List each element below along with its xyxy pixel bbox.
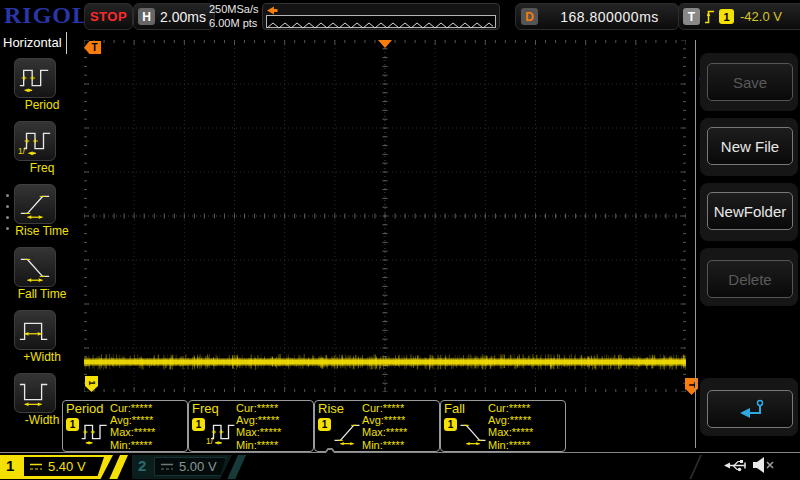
- speaker-muted-icon: [752, 456, 776, 474]
- sidebar-item-rise-time-label: Rise Time: [0, 224, 84, 238]
- dc-coupling-icon: [161, 463, 174, 471]
- sidebar-item-period[interactable]: [14, 58, 56, 98]
- horizontal-scale-box[interactable]: H 2.00ms: [133, 3, 215, 30]
- period-icon: [18, 62, 52, 94]
- preview-trigger-marker-icon: [266, 6, 278, 15]
- acquisition-info: 250MSa/s 6.00M pts: [209, 2, 259, 30]
- measurement-stats: Cur:***** Avg:***** Max:***** Min:*****: [362, 402, 407, 451]
- sidebar-item-freq[interactable]: 1/: [14, 121, 56, 161]
- scroll-dot: [6, 216, 9, 219]
- sidebar-item-freq-label: Freq: [0, 161, 84, 175]
- run-state-button[interactable]: STOP: [84, 3, 133, 30]
- stat-value: *****: [260, 426, 281, 438]
- stat-value: *****: [258, 414, 279, 426]
- minus-width-button[interactable]: [14, 373, 56, 413]
- waveform-preview-box[interactable]: [262, 3, 500, 30]
- svg-text:1/: 1/: [206, 436, 214, 446]
- menu-border: [695, 40, 696, 448]
- stat-label: Avg:: [488, 414, 510, 426]
- channel2-number: 2: [138, 457, 146, 474]
- measurement-panel-freq[interactable]: Freq 1 1/ Cur:***** Avg:***** Max:***** …: [188, 400, 314, 452]
- trigger-level-marker[interactable]: T: [685, 378, 698, 395]
- sidebar-item-rise-time[interactable]: [14, 184, 56, 224]
- new-folder-button[interactable]: NewFolder: [707, 192, 793, 230]
- stat-label: Min:: [362, 439, 383, 451]
- fall-time-icon: [18, 251, 52, 283]
- rise-time-button[interactable]: [14, 184, 56, 224]
- h-scale-value: 2.00ms: [160, 9, 206, 25]
- oscilloscope-screen: RIGOL STOP H 2.00ms 250MSa/s 6.00M pts D…: [0, 0, 800, 480]
- channel1-scale-box: 5.40 V: [24, 457, 104, 476]
- save-button[interactable]: Save: [707, 63, 793, 101]
- stat-value: *****: [510, 414, 531, 426]
- rise-time-icon: [332, 417, 362, 447]
- stat-value: *****: [383, 402, 404, 414]
- stat-value: *****: [257, 439, 278, 451]
- stat-value: *****: [131, 439, 152, 451]
- back-button[interactable]: [707, 390, 793, 428]
- delay-box[interactable]: D 168.800000ms: [515, 3, 679, 30]
- freq-button[interactable]: 1/: [14, 121, 56, 161]
- channel-badge: 1: [66, 418, 79, 431]
- measurement-name: Fall: [444, 401, 465, 416]
- d-badge: D: [521, 8, 538, 25]
- plus-width-icon: [18, 314, 52, 346]
- measurement-name: Freq: [192, 401, 219, 416]
- stat-value: *****: [131, 402, 152, 414]
- channel1-waveform: [84, 40, 686, 392]
- stat-value: *****: [512, 426, 533, 438]
- stat-value: *****: [383, 439, 404, 451]
- stat-label: Cur:: [362, 402, 383, 414]
- sidebar-title: Horizontal: [3, 35, 62, 50]
- channel-badge: 1: [192, 418, 205, 431]
- sidebar-item-minus-width[interactable]: [14, 373, 56, 413]
- stat-value: *****: [509, 402, 530, 414]
- stat-label: Min:: [110, 439, 131, 451]
- measurement-name: Rise: [318, 401, 344, 416]
- usb-icon: [724, 458, 748, 473]
- stat-label: Max:: [110, 426, 134, 438]
- measurement-panel-fall[interactable]: Fall 1 Cur:***** Avg:***** Max:***** Min…: [440, 400, 566, 452]
- fall-time-button[interactable]: [14, 247, 56, 287]
- sidebar-item-fall-time[interactable]: [14, 247, 56, 287]
- delete-button[interactable]: Delete: [707, 260, 793, 298]
- measurement-name: Period: [66, 401, 104, 416]
- period-button[interactable]: [14, 58, 56, 98]
- measurement-stats: Cur:***** Avg:***** Max:***** Min:*****: [488, 402, 533, 451]
- period-icon: [80, 417, 110, 447]
- dc-coupling-icon: [30, 463, 43, 471]
- horizontal-position-marker-icon[interactable]: [378, 40, 392, 48]
- measurement-panel-rise[interactable]: Rise 1 Cur:***** Avg:***** Max:***** Min…: [314, 400, 440, 452]
- trigger-source-badge: 1: [719, 9, 734, 24]
- sidebar-item-plus-width-label: +Width: [0, 350, 84, 364]
- h-badge: H: [138, 8, 155, 25]
- delay-value: 168.800000ms: [560, 9, 659, 25]
- sidebar-item-plus-width[interactable]: [14, 310, 56, 350]
- rigol-logo: RIGOL: [4, 2, 89, 29]
- channel1-number: 1: [6, 457, 14, 474]
- scroll-dot: [6, 205, 9, 208]
- channel-badge: 1: [318, 418, 331, 431]
- freq-icon: 1/: [18, 125, 52, 157]
- stat-label: Min:: [236, 439, 257, 451]
- stat-label: Min:: [488, 439, 509, 451]
- freq-icon: 1/: [206, 417, 236, 447]
- stat-label: Avg:: [110, 414, 132, 426]
- plus-width-button[interactable]: [14, 310, 56, 350]
- stat-value: *****: [509, 439, 530, 451]
- svg-text:1/: 1/: [18, 146, 26, 156]
- rise-time-icon: [18, 188, 52, 220]
- stat-value: *****: [384, 414, 405, 426]
- measurement-stats: Cur:***** Avg:***** Max:***** Min:*****: [110, 402, 155, 451]
- sidebar-item-period-label: Period: [0, 98, 84, 112]
- sidebar-item-fall-time-label: Fall Time: [0, 287, 84, 301]
- new-file-button[interactable]: New File: [707, 127, 793, 165]
- memory-depth: 6.00M pts: [209, 16, 259, 30]
- graticule: T 1 T: [84, 40, 686, 392]
- measurement-panel-period[interactable]: Period 1 Cur:***** Avg:***** Max:***** M…: [62, 400, 188, 452]
- stat-label: Cur:: [236, 402, 257, 414]
- trigger-box[interactable]: T 1 -42.0 V: [678, 3, 800, 30]
- preview-strip: [266, 15, 496, 28]
- stat-value: *****: [257, 402, 278, 414]
- minus-width-icon: [18, 377, 52, 409]
